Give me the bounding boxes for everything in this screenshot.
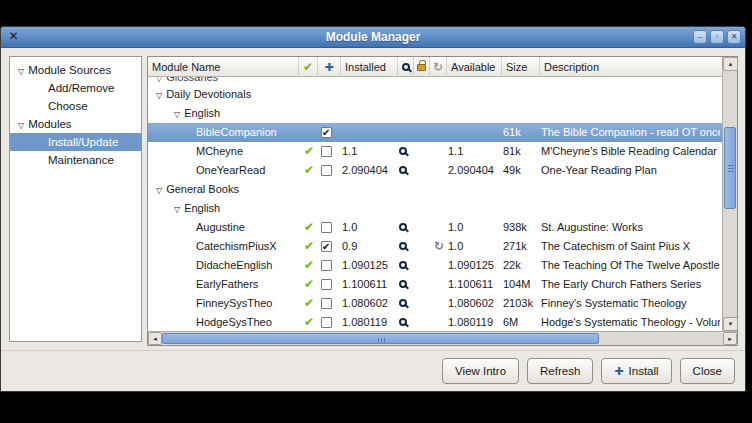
column-header-size[interactable]: Size <box>501 57 539 77</box>
search-preview-icon[interactable] <box>399 237 415 256</box>
install-plus-icon: ✚ <box>614 365 623 378</box>
module-name-label: English <box>184 202 220 214</box>
sidebar-item-label: Modules <box>28 118 71 130</box>
sidebar-item-module-sources[interactable]: ▽Module Sources <box>10 61 141 79</box>
install-checkbox[interactable] <box>321 256 335 275</box>
sidebar-item-label: Module Sources <box>28 64 111 76</box>
module-name-label: MCheyne <box>196 145 243 157</box>
module-name-label: English <box>184 107 220 119</box>
maximize-button[interactable]: ▫ <box>710 30 724 44</box>
sidebar-item-label: Choose <box>48 100 88 112</box>
module-name-label: BibleCompanion <box>196 126 277 138</box>
sidebar-item-choose[interactable]: Choose <box>10 97 141 115</box>
install-button[interactable]: ✚Install <box>601 358 671 384</box>
table-row-finneysystheo[interactable]: FinneySysTheo✔1.0806021.0806022103kFinne… <box>148 294 722 313</box>
titlebar[interactable]: ✕ Module Manager – ▫ ✕ <box>1 27 745 48</box>
tree-expander-icon[interactable]: ▽ <box>174 205 180 214</box>
installed-version: 1.1 <box>342 142 397 161</box>
sidebar-item-add-remove[interactable]: Add/Remove <box>10 79 141 97</box>
tree-expander-icon[interactable]: ▽ <box>156 91 162 100</box>
install-checkbox[interactable] <box>321 161 335 180</box>
module-size: 81k <box>503 142 540 161</box>
scroll-right-button[interactable]: ▸ <box>723 332 737 345</box>
update-available-icon[interactable]: ↻ <box>429 57 446 77</box>
table-row-earlyfathers[interactable]: EarlyFathers✔1.1006111.100611104MThe Ear… <box>148 275 722 294</box>
search-preview-icon[interactable] <box>399 142 415 161</box>
vertical-scrollbar[interactable]: ▴ ▾ <box>722 57 737 331</box>
installed-check-icon: ✔ <box>300 313 318 331</box>
sidebar-item-maintenance[interactable]: Maintenance <box>10 151 141 169</box>
sidebar-item-label: Maintenance <box>48 154 114 166</box>
table-row-mcheyne[interactable]: MCheyne✔1.11.181kM'Cheyne's Bible Readin… <box>148 142 722 161</box>
module-size: 938k <box>503 218 540 237</box>
sidebar-item-install-update[interactable]: Install/Update <box>10 133 141 151</box>
search-preview-icon[interactable] <box>399 256 415 275</box>
install-checkbox[interactable] <box>321 294 335 313</box>
sidebar-item-modules[interactable]: ▽Modules <box>10 115 141 133</box>
horizontal-scroll-thumb[interactable] <box>162 333 599 344</box>
installed-check-icon: ✔ <box>300 275 318 294</box>
table-row-biblecompanion[interactable]: BibleCompanion61kThe Bible Companion - r… <box>148 123 722 142</box>
installed-check-icon: ✔ <box>300 161 318 180</box>
column-header-module-name[interactable]: Module Name <box>148 57 298 77</box>
tree-expander-icon[interactable]: ▽ <box>174 110 180 119</box>
lock-icon[interactable] <box>413 57 429 77</box>
module-manager-window: ✕ Module Manager – ▫ ✕ ▽Module SourcesAd… <box>0 26 746 392</box>
column-header-available[interactable]: Available <box>446 57 501 77</box>
table-row-general-books[interactable]: ▽General Books <box>148 180 722 199</box>
minimize-button[interactable]: – <box>693 30 707 44</box>
scroll-left-button[interactable]: ◂ <box>148 332 162 345</box>
horizontal-scrollbar[interactable]: ◂ ▸ <box>148 331 737 345</box>
table-row-english[interactable]: ▽English <box>148 104 722 123</box>
table-row-catechismpiusx[interactable]: CatechismPiusX✔0.9↻1.0271kThe Catechism … <box>148 237 722 256</box>
scroll-up-button[interactable]: ▴ <box>723 57 738 71</box>
table-row-didacheenglish[interactable]: DidacheEnglish✔1.0901251.09012522kThe Te… <box>148 256 722 275</box>
column-header-description[interactable]: Description <box>539 57 722 77</box>
installed-version: 1.100611 <box>342 275 397 294</box>
install-checkbox[interactable] <box>321 218 335 237</box>
table-row-augustine[interactable]: Augustine✔1.01.0938kSt. Augustine: Works <box>148 218 722 237</box>
search-preview-icon[interactable] <box>399 161 415 180</box>
search-preview-icon[interactable] <box>399 275 415 294</box>
install-checkbox[interactable] <box>321 123 335 142</box>
column-header-installed[interactable]: Installed <box>340 57 397 77</box>
tree-expander-icon[interactable]: ▽ <box>156 186 162 195</box>
install-checkbox[interactable] <box>321 313 335 331</box>
table-row-daily-devotionals[interactable]: ▽Daily Devotionals <box>148 85 722 104</box>
sidebar-item-label: Add/Remove <box>48 82 114 94</box>
installed-check-icon: ✔ <box>300 256 318 275</box>
vertical-scroll-thumb[interactable] <box>724 127 736 209</box>
tree-expander-icon[interactable]: ▽ <box>18 121 24 130</box>
close-window-button[interactable]: ✕ <box>727 30 741 44</box>
close-button[interactable]: Close <box>680 358 735 384</box>
module-name-label: HodgeSysTheo <box>196 316 272 328</box>
installed-check-icon: ✔ <box>300 237 318 256</box>
installed-check-icon[interactable]: ✔ <box>298 57 317 77</box>
search-preview-icon[interactable] <box>397 57 413 77</box>
search-preview-icon[interactable] <box>399 218 415 237</box>
module-size: 6M <box>503 313 540 331</box>
install-checkbox[interactable] <box>321 142 335 161</box>
search-preview-icon[interactable] <box>399 294 415 313</box>
scroll-down-button[interactable]: ▾ <box>723 317 738 331</box>
module-sources-tree: ▽Module SourcesAdd/RemoveChoose▽ModulesI… <box>9 56 142 342</box>
install-checkbox[interactable] <box>321 237 335 256</box>
module-description: One-Year Reading Plan <box>541 161 720 180</box>
table-row-oneyearread[interactable]: OneYearRead✔2.0904042.09040449kOne-Year … <box>148 161 722 180</box>
module-description: Hodge's Systematic Theology - Volum <box>541 313 720 331</box>
tree-expander-icon[interactable]: ▽ <box>156 77 162 83</box>
table-row-english[interactable]: ▽English <box>148 199 722 218</box>
table-header: Module Name ✔ ✚ Installed ↻ Available Si… <box>148 57 722 77</box>
add-module-icon[interactable]: ✚ <box>317 57 340 77</box>
module-description: Finney's Systematic Theology <box>541 294 720 313</box>
table-body: ▽Glossaries▽Daily Devotionals▽EnglishBib… <box>148 77 722 331</box>
available-version: 2.090404 <box>448 161 500 180</box>
install-checkbox[interactable] <box>321 275 335 294</box>
table-row-hodgesystheo[interactable]: HodgeSysTheo✔1.0801191.0801196MHodge's S… <box>148 313 722 331</box>
search-preview-icon[interactable] <box>399 313 415 331</box>
tree-expander-icon[interactable]: ▽ <box>18 67 24 76</box>
refresh-button[interactable]: Refresh <box>527 358 593 384</box>
view-intro-button[interactable]: View Intro <box>442 358 519 384</box>
available-version: 1.0 <box>448 237 500 256</box>
table-row-glossaries[interactable]: ▽Glossaries <box>148 77 722 85</box>
